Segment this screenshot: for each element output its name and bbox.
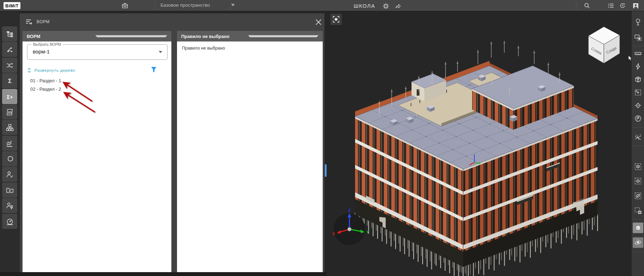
gridline-label-1: 1 (636, 134, 637, 136)
filter-button[interactable] (150, 66, 157, 73)
locate-tool[interactable] (632, 100, 644, 111)
close-icon (315, 19, 322, 25)
orbit-tool[interactable] (632, 237, 644, 249)
history-button[interactable] (618, 1, 627, 10)
bottom-strip (0, 272, 327, 276)
toolbar-separator (633, 146, 643, 146)
list-button[interactable] (606, 1, 615, 10)
annotation-arrows (23, 41, 171, 272)
shuffle-tool[interactable] (2, 58, 17, 73)
section-box-tool[interactable] (632, 73, 644, 85)
focus-model-button[interactable] (330, 14, 342, 25)
toolbar-separator (633, 219, 643, 220)
navigation-cube[interactable]: Слева Сзади (586, 24, 626, 65)
select-objects-tool[interactable] (632, 32, 644, 44)
briefcase-icon (121, 2, 129, 9)
hide-selection-tool[interactable] (632, 190, 644, 202)
folder-share-icon (6, 186, 14, 194)
annotation-arrow-1 (63, 82, 92, 101)
org-chart-tool[interactable] (2, 120, 17, 135)
show-selection-tool[interactable] (632, 175, 644, 187)
org-chart-icon (6, 123, 14, 132)
gear-icon (382, 2, 390, 10)
rule-empty-text: Правило не выбрано (182, 46, 225, 51)
chevron-down-icon (231, 4, 235, 6)
gauge-tool[interactable] (2, 214, 17, 229)
clear-selection-tool[interactable] (632, 205, 644, 217)
workspace-name: Базовое пространство (160, 2, 210, 8)
rule-subpanel-header[interactable]: Правило не выбрано (177, 31, 323, 41)
gridlines-icon: 1 2 (634, 134, 642, 141)
orbit-icon (634, 239, 642, 246)
2d-view-tool[interactable]: 2D (2, 104, 17, 120)
floorplan-tool[interactable] (632, 86, 644, 98)
search-icon (583, 2, 591, 9)
right-toolbar: 1 2 (631, 11, 644, 276)
structure-tree-tool[interactable] (2, 26, 17, 41)
3d-viewport[interactable]: Слева Сзади Z Y X (327, 11, 631, 276)
collapse-panel-button[interactable] (25, 18, 33, 26)
graphs-tool[interactable] (2, 136, 17, 151)
menu-collapse-icon (25, 18, 33, 26)
branch-icon (6, 45, 14, 54)
account-icon (632, 2, 639, 9)
svg-text:Σ: Σ (8, 78, 11, 84)
axis-z-label: Z (348, 208, 351, 212)
vegetation-tool[interactable] (632, 16, 644, 28)
app-logo[interactable]: BiMiT (4, 2, 20, 9)
clear-selection-icon (634, 207, 642, 214)
measure-tool[interactable] (632, 47, 644, 59)
account-button[interactable] (631, 1, 640, 10)
topbar-separator (231, 1, 231, 10)
expand-tree-button[interactable]: Развернуть дерево (27, 67, 75, 74)
isolate-tool[interactable] (632, 161, 644, 173)
flag-tool[interactable] (632, 113, 644, 124)
select-objects-icon (634, 34, 642, 41)
chevron-down-icon (95, 35, 168, 37)
user-check-tool[interactable] (2, 167, 17, 182)
tree-item-2[interactable]: 02 - Раздел - 2 (30, 86, 61, 92)
gridlines-tool[interactable]: 1 2 (632, 131, 644, 143)
user-check-icon (6, 170, 14, 179)
branch-tool[interactable] (2, 42, 17, 57)
search-button[interactable] (582, 1, 592, 10)
plugins-tool[interactable] (2, 151, 17, 166)
share-button[interactable] (393, 2, 403, 10)
folder-share-tool[interactable] (2, 182, 17, 198)
sigma-plus-tool[interactable]: Σ+ (2, 89, 17, 104)
user-location-tool[interactable] (2, 198, 17, 213)
share-icon (394, 2, 402, 9)
vorm-select-value: ворм-1 (33, 49, 50, 54)
vorm-panel: ВОРМ ВОРМ Выбрать ВОРМ ворм-1 (20, 13, 324, 272)
gridline-label-2: 2 (640, 134, 641, 136)
2d-sheet-icon: 2D (6, 108, 14, 116)
toolbar-separator (633, 46, 643, 46)
close-panel-button[interactable] (314, 18, 323, 27)
shaded-view-tool[interactable] (632, 222, 644, 234)
mouse-cursor (629, 56, 633, 61)
svg-text:Σ+: Σ+ (7, 94, 13, 100)
structure-tree-icon (6, 30, 14, 38)
section-box-icon (634, 76, 642, 83)
topbar: BiMiT Базовое пространство ШКОЛА (0, 0, 644, 11)
toolbar-separator (633, 127, 643, 128)
vorm-subpanel-header[interactable]: ВОРМ (23, 31, 171, 41)
panel-title: ВОРМ (37, 19, 50, 24)
project-title: ШКОЛА (354, 3, 375, 9)
solid-cube-icon (634, 224, 642, 231)
panel-resize-handle[interactable] (325, 164, 327, 177)
gauge-icon (6, 217, 14, 226)
projects-button[interactable] (120, 1, 130, 10)
vorm-select[interactable]: Выбрать ВОРМ ворм-1 (27, 44, 168, 60)
sigma-tool[interactable]: Σ (2, 73, 17, 88)
rule-subpanel: Правило не выбрано Правило не выбрано (177, 31, 323, 272)
isolate-selection-icon (634, 163, 642, 171)
tree-item-1[interactable]: 01 - Раздел - 1 (30, 78, 61, 83)
workspace-selector[interactable]: Базовое пространство (160, 2, 235, 8)
flash-tool[interactable] (632, 60, 644, 72)
axis-x-label: X (332, 232, 335, 236)
tree-icon (634, 18, 642, 26)
project-settings-button[interactable] (381, 2, 390, 10)
orbit-tile (633, 237, 643, 248)
rule-subpanel-title: Правило не выбрано (181, 34, 248, 39)
